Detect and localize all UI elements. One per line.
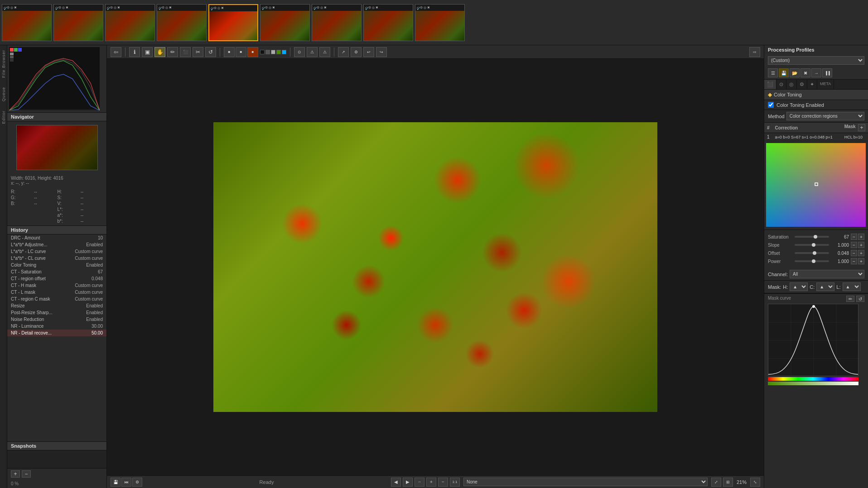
- filmstrip-thumb-5-active[interactable]: ✓ ⚙ ◎ ✖ ✓: [208, 4, 258, 41]
- filmstrip-thumb-9[interactable]: ✓ ⚙ ◎ ✖ ✓: [415, 4, 465, 41]
- tool-redo-button[interactable]: ↪: [376, 47, 387, 57]
- sidebar-label-editor[interactable]: Editor: [1, 110, 6, 124]
- view-mode-1[interactable]: ■: [224, 47, 235, 57]
- sidebar-label-filebrowser[interactable]: File Browser: [1, 50, 6, 78]
- offset-minus[interactable]: −: [851, 250, 857, 256]
- zoom-next-button[interactable]: ▶: [403, 478, 413, 487]
- correction-row-1[interactable]: 1 a=0 b=0 S=67 s=1 o=0.048 p=1 HCL b=10: [764, 133, 868, 141]
- snapshots-header[interactable]: Snapshots: [7, 442, 106, 450]
- slope-thumb[interactable]: [812, 243, 815, 247]
- power-thumb[interactable]: [812, 259, 815, 263]
- color-toning-header[interactable]: ◆ Color Toning: [764, 90, 868, 100]
- pp-select-dropdown[interactable]: (Custom): [768, 56, 864, 65]
- mask-h-select[interactable]: ▲: [790, 282, 808, 291]
- filmstrip-thumb-7[interactable]: ✓ ⚙ ◎ ✖ ✓: [312, 4, 362, 41]
- fullscreen-button[interactable]: ⤢: [711, 478, 721, 487]
- offset-track[interactable]: [795, 252, 829, 254]
- mask-l-select[interactable]: ▲: [843, 282, 861, 291]
- snapshot-remove-button[interactable]: −: [22, 470, 31, 478]
- curve-control-point[interactable]: [812, 305, 815, 308]
- history-item-ct-sat[interactable]: CT - Saturation 67: [7, 268, 106, 275]
- tool-undo-button[interactable]: ↩: [363, 47, 374, 57]
- power-track[interactable]: [795, 260, 829, 262]
- tab-color[interactable]: ⊙: [776, 80, 786, 89]
- history-item-lab-cl[interactable]: L*a*b* - CL curve Custom curve: [7, 255, 106, 262]
- saturation-track[interactable]: [795, 236, 829, 238]
- history-header[interactable]: History: [7, 226, 106, 234]
- pp-del-btn[interactable]: ✖: [800, 68, 810, 77]
- slope-plus[interactable]: +: [858, 242, 864, 248]
- history-item-nr-detail[interactable]: NR - Detail recove... 50.00: [7, 330, 106, 336]
- history-item-ct-hmask[interactable]: CT - H mask Custom curve: [7, 282, 106, 289]
- tool-crop-button[interactable]: ✂: [193, 47, 203, 57]
- history-item-ct-lmask[interactable]: CT - L mask Custom curve: [7, 289, 106, 296]
- tab-meta[interactable]: META: [817, 80, 834, 89]
- curve-canvas[interactable]: [768, 304, 858, 376]
- tab-raw[interactable]: ✦: [807, 80, 817, 89]
- filmstrip-thumb-1[interactable]: ✓ ⚙ ◎ ✖ ✓: [2, 4, 52, 41]
- curve-reset-button[interactable]: ↺: [856, 296, 864, 302]
- offset-thumb[interactable]: [813, 251, 816, 255]
- history-item-postsharp[interactable]: Post-Resize Sharp... Enabled: [7, 309, 106, 316]
- zoom-in-button[interactable]: +: [426, 478, 436, 487]
- palette-canvas[interactable]: [766, 143, 866, 227]
- view-mode-3[interactable]: ■: [247, 47, 258, 57]
- saturation-minus[interactable]: −: [851, 234, 857, 240]
- zoom-full-button[interactable]: ⊞: [723, 478, 733, 487]
- pp-barcode-btn[interactable]: ▐▐: [822, 68, 832, 77]
- snapshot-add-button[interactable]: +: [11, 470, 20, 478]
- tool-rotate-button[interactable]: ↺: [205, 47, 216, 57]
- correction-add-button[interactable]: +: [858, 124, 865, 131]
- filmstrip-thumb-6[interactable]: ✓ ⚙ ◎ ✖ ✓: [260, 4, 310, 41]
- history-item-lab-adj[interactable]: L*a*b* Adjustme... Enabled: [7, 241, 106, 248]
- image-view[interactable]: [107, 59, 764, 475]
- tool-info-button[interactable]: ℹ: [129, 47, 140, 57]
- history-item-lab-lc[interactable]: L*a*b* - LC curve Custom curve: [7, 248, 106, 255]
- tool-right-button[interactable]: ⇨: [749, 47, 760, 57]
- tool-prev-button[interactable]: ⇦: [111, 47, 121, 57]
- curve-edit-button[interactable]: ✏: [846, 296, 854, 302]
- power-plus[interactable]: +: [858, 258, 864, 264]
- filmstrip-thumb-8[interactable]: ✓ ⚙ ◎ ✖ ✓: [363, 4, 413, 41]
- tool-clipping-button[interactable]: ⊙: [294, 47, 305, 57]
- pp-list-btn[interactable]: ☰: [768, 68, 778, 77]
- tool-options-button[interactable]: ⚙: [351, 47, 362, 57]
- history-item-resize[interactable]: Resize Enabled: [7, 302, 106, 309]
- offset-plus[interactable]: +: [858, 250, 864, 256]
- filmstrip-thumb-4[interactable]: ✓ ⚙ ◎ ✖ ✓: [157, 4, 207, 41]
- history-item-ct-cmask[interactable]: CT - region C mask Custom curve: [7, 296, 106, 302]
- tool-spot-button[interactable]: ⬛: [180, 47, 191, 57]
- tab-transform[interactable]: ⚙: [797, 80, 807, 89]
- pp-arrow-btn[interactable]: →: [811, 68, 821, 77]
- history-item-nr-lum[interactable]: NR - Luminance 30.00: [7, 323, 106, 330]
- sidebar-label-queue[interactable]: Queue: [1, 87, 6, 101]
- color-toning-checkbox[interactable]: [768, 102, 774, 108]
- filmstrip-thumb-2[interactable]: ✓ ⚙ ◎ ✖ ✓: [53, 4, 103, 41]
- tool-export-button[interactable]: ↗: [338, 47, 349, 57]
- none-selector[interactable]: None: [463, 478, 708, 486]
- zoom-expand[interactable]: ⤡: [750, 478, 760, 487]
- slope-minus[interactable]: −: [851, 242, 857, 248]
- channel-select[interactable]: All: [790, 270, 864, 278]
- pp-save-btn[interactable]: 💾: [779, 68, 789, 77]
- history-item-drc[interactable]: DRC - Amount 10: [7, 234, 106, 241]
- tool-picker-button[interactable]: ✏: [167, 47, 178, 57]
- tool-warning-button[interactable]: ⚠: [307, 47, 318, 57]
- mask-c-select[interactable]: ▲: [816, 282, 834, 291]
- filmstrip-thumb-3[interactable]: ✓ ⚙ ◎ ✖ ✓: [105, 4, 155, 41]
- zoom-fit-button[interactable]: ↔: [415, 478, 424, 487]
- nav-settings-button[interactable]: ⚙: [132, 478, 142, 487]
- pp-load-btn[interactable]: 📂: [790, 68, 800, 77]
- slope-track[interactable]: [795, 244, 829, 246]
- tool-hand-button[interactable]: ✋: [154, 47, 165, 57]
- history-item-ct-offset[interactable]: CT - region offset 0.048: [7, 275, 106, 282]
- nav-save-button[interactable]: 💾: [111, 478, 121, 487]
- power-minus[interactable]: −: [851, 258, 857, 264]
- zoom-out-button[interactable]: −: [438, 478, 448, 487]
- tool-warning2-button[interactable]: ⚠: [319, 47, 330, 57]
- saturation-plus[interactable]: +: [858, 234, 864, 240]
- ct-method-select[interactable]: Color correction regions: [786, 112, 864, 120]
- history-item-nr[interactable]: Noise Reduction Enabled: [7, 316, 106, 323]
- saturation-thumb[interactable]: [814, 235, 817, 239]
- history-item-ct[interactable]: Color Toning Enabled: [7, 262, 106, 268]
